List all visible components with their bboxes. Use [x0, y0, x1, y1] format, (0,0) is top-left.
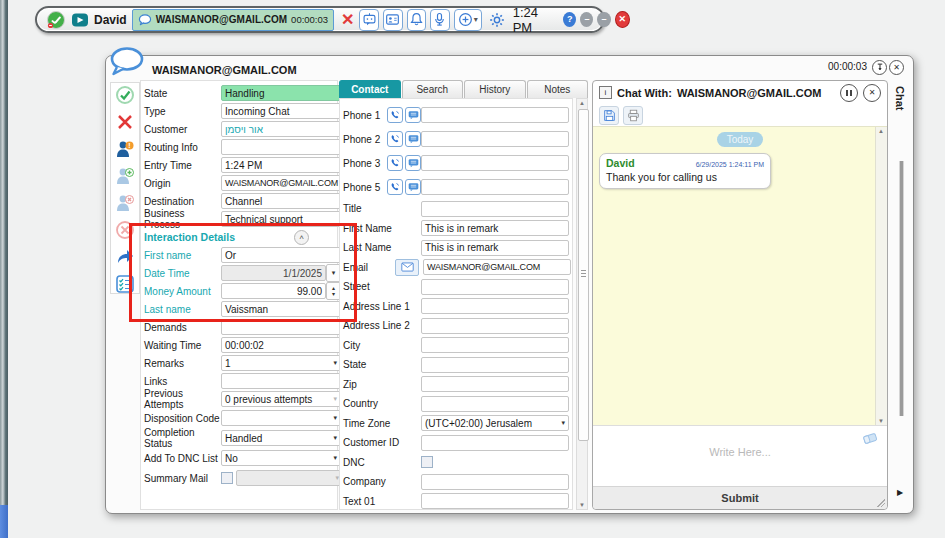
destination-field[interactable]: Channel	[221, 193, 341, 209]
minimize-button[interactable]: –	[597, 12, 610, 27]
settings-gear-button[interactable]	[489, 12, 505, 28]
phone5-input[interactable]	[421, 179, 569, 195]
address1-input[interactable]	[421, 298, 569, 314]
submit-button[interactable]: Submit	[593, 486, 887, 509]
text01-input[interactable]	[421, 493, 569, 509]
dnc-checkbox[interactable]	[421, 456, 433, 468]
street-input[interactable]	[421, 279, 569, 295]
add-interaction-button[interactable]: ▾	[454, 9, 482, 31]
presence-status-icon[interactable]	[46, 10, 66, 30]
money-amount-field[interactable]: 99.00	[221, 283, 326, 299]
side-splitter[interactable]	[899, 161, 904, 416]
chat-compose-area[interactable]: Write Here...	[593, 426, 887, 486]
reject-interaction-icon[interactable]	[115, 112, 135, 136]
state-field[interactable]: Handling	[221, 85, 341, 101]
call-phone2-button[interactable]	[387, 131, 403, 147]
last-name-detail-field[interactable]: Vaissman	[221, 301, 341, 317]
contacts-button[interactable]	[383, 9, 403, 31]
first-name-input[interactable]: This is in remark	[421, 220, 569, 236]
transfer-arrow-icon[interactable]	[115, 247, 135, 271]
contact-form-scrollbar[interactable]: ▲ ▼	[576, 98, 588, 510]
pin-window-button[interactable]	[872, 60, 887, 75]
customer-field[interactable]: אור ויסמן	[221, 121, 341, 137]
close-app-button[interactable]: ✕	[615, 11, 630, 28]
type-field[interactable]: Incoming Chat	[221, 103, 341, 119]
send-email-button[interactable]	[395, 259, 419, 276]
demands-field[interactable]	[221, 319, 341, 335]
close-window-button[interactable]: ✕	[889, 60, 904, 75]
call-phone1-button[interactable]	[387, 107, 403, 123]
chat-side-tab[interactable]: Chat	[894, 86, 906, 110]
action-rail: !	[110, 82, 140, 294]
city-input[interactable]	[421, 337, 569, 353]
remarks-select[interactable]: 1▾	[221, 355, 341, 371]
call-phone5-button[interactable]	[387, 179, 403, 195]
sms-phone3-button[interactable]	[405, 155, 421, 171]
chat-scrollbar[interactable]: ▲ ▼	[875, 127, 887, 425]
scroll-up-icon[interactable]: ▲	[577, 100, 587, 106]
phone3-input[interactable]	[421, 155, 569, 171]
tab-notes[interactable]: Notes	[527, 80, 589, 98]
first-name-detail-field[interactable]: Or	[221, 247, 341, 263]
entry-time-field[interactable]: 1:24 PM	[221, 157, 341, 173]
company-input[interactable]	[421, 474, 569, 490]
links-field[interactable]	[221, 373, 341, 389]
address2-input[interactable]	[421, 318, 569, 334]
disposition-code-select[interactable]: ▾	[221, 410, 341, 426]
timezone-select[interactable]: (UTC+02:00) Jerusalem▾	[421, 415, 569, 431]
tab-history[interactable]: History	[464, 80, 526, 98]
waiting-time-field[interactable]: 00:00:02	[221, 337, 341, 353]
call-phone3-button[interactable]	[387, 155, 403, 171]
remove-customer-icon[interactable]	[115, 193, 135, 217]
field-label: State	[144, 88, 221, 99]
resize-grip[interactable]	[877, 499, 885, 507]
summary-mail-checkbox[interactable]	[221, 472, 233, 484]
country-input[interactable]	[421, 396, 569, 412]
sms-phone5-button[interactable]	[405, 179, 421, 195]
origin-field[interactable]: WAISMANOR@GMAIL.COM	[221, 175, 341, 191]
business-process-field[interactable]: Technical support	[221, 211, 341, 227]
last-name-input[interactable]: This is in remark	[421, 240, 569, 256]
sms-phone1-button[interactable]	[405, 107, 421, 123]
scrollbar-thumb[interactable]	[578, 109, 589, 441]
sms-phone2-button[interactable]	[405, 131, 421, 147]
pause-chat-button[interactable]	[840, 84, 858, 102]
scroll-up-icon[interactable]: ▲	[876, 128, 886, 134]
scroll-down-icon[interactable]: ▼	[876, 418, 886, 424]
checklist-icon[interactable]	[115, 274, 135, 298]
date-time-field[interactable]: 1/1/2025	[221, 265, 326, 281]
notifications-bell-button[interactable]	[407, 9, 427, 31]
active-session-chip[interactable]: WAISMANOR@GMAIL.COM 00:00:03	[132, 9, 334, 31]
phone2-input[interactable]	[421, 131, 569, 147]
close-chat-button[interactable]: ✕	[863, 84, 881, 102]
tab-contact[interactable]: Contact	[339, 80, 401, 98]
add-customer-icon[interactable]	[115, 166, 135, 190]
zip-input[interactable]	[421, 376, 569, 392]
summary-mail-select[interactable]: ▾	[236, 470, 343, 486]
title-input[interactable]	[421, 201, 569, 217]
routing-info-field[interactable]	[221, 139, 341, 155]
chatbot-button[interactable]	[359, 9, 379, 31]
customer-alert-icon[interactable]: !	[115, 139, 135, 163]
phone1-input[interactable]	[421, 107, 569, 123]
state-input[interactable]	[421, 357, 569, 373]
expand-handle-icon[interactable]: ▶	[897, 488, 903, 497]
status-toggle-button[interactable]: –	[580, 12, 593, 27]
tab-search[interactable]: Search	[402, 80, 464, 98]
end-session-button[interactable]: ✕	[341, 12, 354, 28]
save-transcript-button[interactable]	[599, 106, 619, 125]
previous-attempts-select[interactable]: 0 previous attempts▾	[221, 391, 341, 407]
field-label: Last name	[144, 304, 221, 315]
cancel-circle-icon[interactable]	[115, 220, 135, 244]
print-transcript-button[interactable]	[623, 106, 643, 125]
collapse-section-button[interactable]: ˄	[294, 230, 309, 245]
completion-status-select[interactable]: Handled▾	[221, 430, 341, 446]
email-input[interactable]: WAISMANOR@GMAIL.COM	[423, 259, 571, 275]
customer-id-input[interactable]	[421, 435, 569, 451]
accept-interaction-icon[interactable]	[115, 85, 135, 109]
help-button[interactable]: ?	[563, 12, 576, 27]
microphone-button[interactable]	[430, 9, 450, 31]
scroll-down-icon[interactable]: ▼	[577, 502, 587, 508]
add-to-dnc-select[interactable]: No▾	[221, 450, 341, 466]
channel-selector-icon[interactable]	[71, 11, 89, 29]
